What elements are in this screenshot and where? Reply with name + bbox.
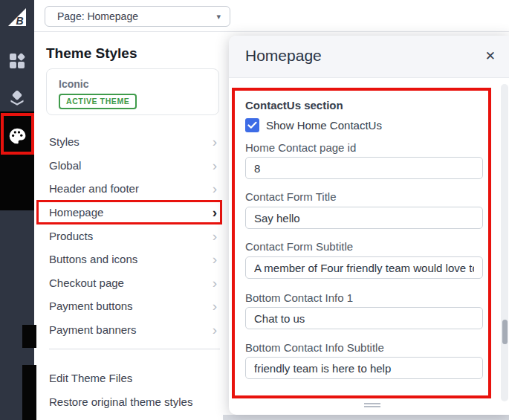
chevron-right-icon: › (213, 135, 221, 149)
chevron-right-icon: › (213, 276, 221, 290)
page-selector-dropdown[interactable]: Page: Homepage ▾ (45, 6, 230, 27)
chevron-right-icon: › (213, 229, 221, 243)
panel-title: Homepage (245, 47, 322, 65)
background-sliver (22, 365, 36, 420)
field-label-contact-form-title: Contact Form Title (245, 190, 337, 203)
active-theme-badge: ACTIVE THEME (59, 94, 137, 109)
menu-item-styles[interactable]: Styles› (49, 130, 221, 152)
background-sliver (22, 325, 36, 348)
bottom-contact-info-1-input[interactable] (245, 307, 483, 329)
theme-styles-panel: Theme Styles Iconic ACTIVE THEME Styles›… (34, 32, 230, 420)
topbar: Page: Homepage ▾ (34, 0, 509, 32)
layers-icon[interactable] (8, 89, 26, 107)
chevron-right-icon: › (213, 252, 221, 266)
edit-theme-files-link[interactable]: Edit Theme Files (49, 372, 132, 384)
panel-header: Homepage ✕ (229, 36, 509, 78)
checkbox-checked-icon[interactable] (245, 118, 259, 132)
home-contact-page-id-input[interactable] (245, 157, 483, 179)
resize-handle[interactable] (364, 403, 380, 409)
contact-form-title-input[interactable] (245, 207, 483, 229)
show-home-contactus-checkbox-row[interactable]: Show Home ContactUs (245, 118, 382, 132)
chevron-right-icon: › (213, 299, 221, 313)
theme-editor-screen: B (0, 0, 509, 420)
menu-item-products[interactable]: Products› (49, 224, 221, 247)
menu-item-homepage[interactable]: Homepage› (49, 201, 221, 223)
restore-theme-styles-link[interactable]: Restore original theme styles (49, 395, 192, 408)
palette-icon[interactable] (7, 126, 27, 146)
field-label-contact-form-subtitle: Contact Form Subtitle (245, 240, 353, 253)
menu-item-global[interactable]: Global› (49, 154, 221, 176)
chevron-right-icon: › (213, 158, 221, 172)
homepage-settings-panel: Homepage ✕ ContactUs section Show Home C… (229, 36, 509, 415)
chevron-right-icon: › (213, 323, 221, 337)
bigcartel-logo-icon[interactable]: B (7, 7, 27, 28)
dashboard-icon[interactable] (8, 52, 26, 70)
page-background-strip (223, 415, 509, 420)
menu-item-checkout-page[interactable]: Checkout page› (49, 271, 221, 294)
panel-title: Theme Styles (46, 45, 137, 62)
scrollbar-thumb[interactable] (502, 320, 508, 344)
section-heading: ContactUs section (245, 99, 343, 112)
menu-item-payment-banners[interactable]: Payment banners› (49, 318, 221, 340)
chevron-right-icon: › (213, 181, 221, 196)
menu-item-buttons-icons[interactable]: Buttons and icons› (49, 248, 221, 270)
checkbox-label: Show Home ContactUs (266, 119, 382, 132)
theme-tool-active-background (0, 112, 34, 210)
theme-name: Iconic (59, 78, 88, 90)
svg-text:B: B (16, 15, 23, 27)
bottom-contact-info-subtitle-input[interactable] (245, 357, 483, 379)
active-theme-card: Iconic ACTIVE THEME (46, 68, 219, 115)
chevron-right-icon: › (213, 205, 221, 219)
contact-form-subtitle-input[interactable] (245, 256, 483, 279)
menu-item-payment-buttons[interactable]: Payment buttons› (49, 294, 221, 317)
page-selector-value: Page: Homepage (57, 10, 138, 22)
caret-down-icon: ▾ (216, 12, 221, 22)
field-label-bottom-contact-info-subtitle: Bottom Contact Info Subtitle (245, 341, 384, 354)
field-label-bottom-contact-info-1: Bottom Contact Info 1 (245, 291, 353, 304)
app-sidebar: B (0, 0, 34, 420)
close-icon[interactable]: ✕ (485, 48, 496, 64)
menu-item-header-footer[interactable]: Header and footer› (49, 177, 221, 199)
divider (49, 349, 220, 349)
scrollbar-track[interactable] (501, 84, 508, 401)
field-label-home-contact-page-id: Home Contact page id (245, 141, 356, 154)
